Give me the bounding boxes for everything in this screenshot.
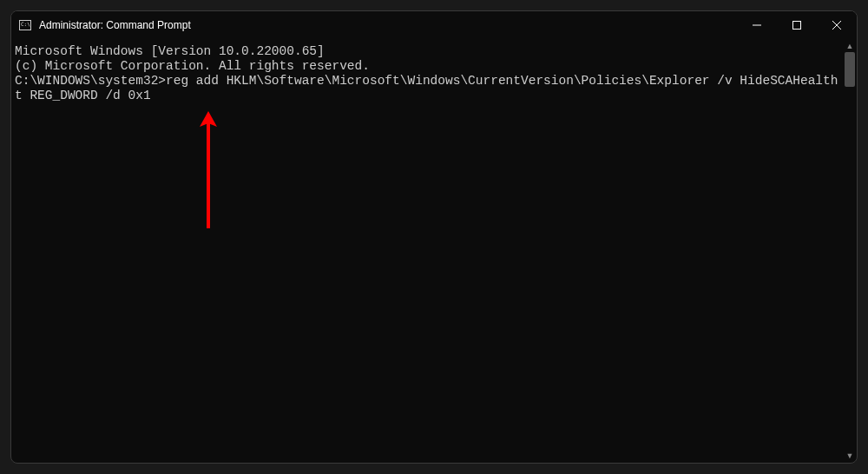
titlebar[interactable]: Administrator: Command Prompt bbox=[11, 11, 857, 39]
window-controls bbox=[737, 11, 857, 39]
copyright-line: (c) Microsoft Corporation. All rights re… bbox=[15, 59, 853, 74]
maximize-button[interactable] bbox=[777, 11, 817, 39]
minimize-button[interactable] bbox=[737, 11, 777, 39]
cmd-icon bbox=[18, 18, 32, 32]
close-button[interactable] bbox=[817, 11, 857, 39]
window-title: Administrator: Command Prompt bbox=[39, 19, 737, 31]
scroll-thumb[interactable] bbox=[845, 52, 855, 87]
scroll-up-icon[interactable]: ▲ bbox=[844, 40, 856, 52]
command-prompt-window: Administrator: Command Prompt Microsoft … bbox=[10, 10, 858, 464]
version-line: Microsoft Windows [Version 10.0.22000.65… bbox=[15, 44, 853, 59]
scroll-down-icon[interactable]: ▼ bbox=[844, 450, 856, 462]
terminal-output[interactable]: Microsoft Windows [Version 10.0.22000.65… bbox=[11, 39, 857, 463]
command-line: C:\WINDOWS\system32>reg add HKLM\Softwar… bbox=[15, 74, 853, 103]
prompt-path: C:\WINDOWS\system32> bbox=[15, 74, 166, 88]
scrollbar[interactable]: ▲ ▼ bbox=[844, 40, 856, 462]
svg-rect-1 bbox=[793, 22, 801, 30]
